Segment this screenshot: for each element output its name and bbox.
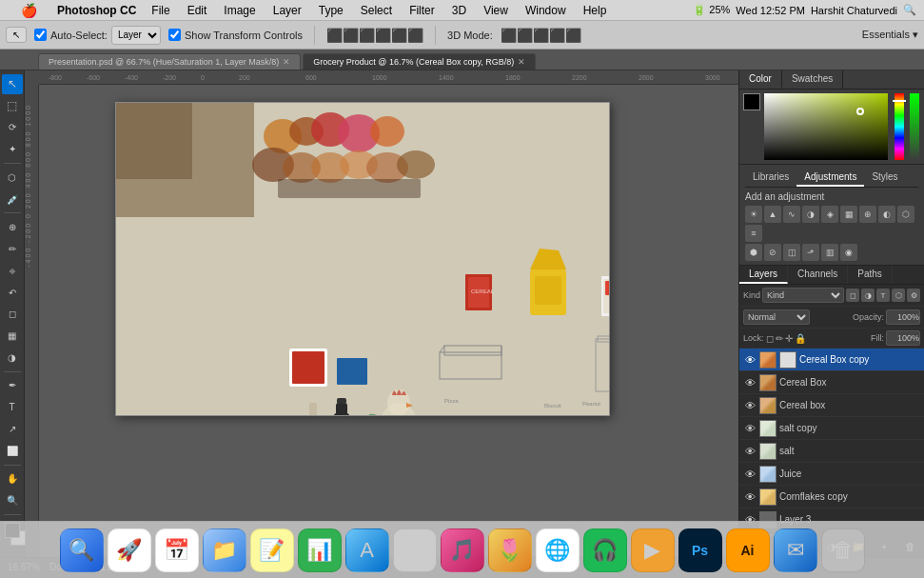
layer-row-cereal-box[interactable]: 👁 Cereal Box [739,371,924,394]
curves-icon[interactable]: ∿ [783,206,800,223]
menu-edit[interactable]: Edit [180,2,215,19]
tool-move-button[interactable]: ↖ [6,27,27,43]
dock-notes[interactable]: 📝 [250,528,294,572]
auto-select-dropdown[interactable]: Layer [111,26,161,45]
opacity-input[interactable] [886,309,920,325]
dock-mail[interactable]: ✉ [774,528,817,572]
dock-numbers[interactable]: 📊 [298,528,342,572]
hsl-icon[interactable]: ▦ [840,206,857,223]
menu-file[interactable]: File [144,2,177,19]
layers-list[interactable]: 👁 Cereal Box copy 👁 Cereal Box 👁 Cereal … [739,349,924,535]
dock-spotify[interactable]: 🎧 [583,528,627,572]
color-hue-bar[interactable] [895,93,904,160]
filter-type-icon[interactable]: T [876,289,890,302]
canvas-scroll[interactable]: -400 -200 0 200 400 600 800 1000 [25,85,738,557]
tab-styles[interactable]: Styles [864,169,905,187]
color-gradient[interactable] [764,93,888,160]
photo-filter-icon[interactable]: ⬡ [897,206,914,223]
menu-layer[interactable]: Layer [265,2,309,19]
tool-hand[interactable]: ✋ [2,469,23,489]
lock-position-icon[interactable]: ✛ [785,333,793,344]
tool-path-select[interactable]: ↗ [2,419,23,439]
tool-clone-stamp[interactable]: ⎆ [2,261,23,281]
bw-icon[interactable]: ◐ [878,206,895,223]
tool-type[interactable]: T [2,397,23,417]
layer-row-salt[interactable]: 👁 salt [739,440,924,463]
essentials-button[interactable]: Essentials ▾ [862,29,918,41]
tool-rectangle-select[interactable]: ⬚ [2,96,23,116]
layer-vis-juice[interactable]: 👁 [743,468,757,480]
threshold-icon[interactable]: ⬏ [802,244,819,261]
tab-libraries[interactable]: Libraries [745,169,796,187]
dock-photoshop[interactable]: Ps [678,528,722,572]
gradient-map-icon[interactable]: ▥ [821,244,838,261]
menu-filter[interactable]: Filter [402,2,442,19]
levels-icon[interactable]: ▲ [764,206,781,223]
tab-grocery[interactable]: Grocery Product @ 16.7% (Cereal Box copy… [303,53,536,70]
tool-move[interactable]: ↖ [2,74,23,94]
color-alpha-bar[interactable] [910,93,919,160]
color-balance-icon[interactable]: ⊕ [859,206,876,223]
tab-paths[interactable]: Paths [848,266,893,284]
filter-smart-icon[interactable]: ⚙ [907,289,920,302]
brightness-contrast-icon[interactable]: ☀ [745,206,762,223]
selective-color-icon[interactable]: ◉ [840,244,857,261]
menu-select[interactable]: Select [353,2,400,19]
tool-eyedropper[interactable]: 💉 [2,189,23,209]
lock-image-icon[interactable]: ✏ [776,333,783,344]
fill-input[interactable] [886,330,920,346]
menu-help[interactable]: Help [576,2,615,19]
layer-row-cornflakes[interactable]: 👁 Cornflakes copy [739,486,924,508]
canvas-content[interactable]: CEREAL [39,85,738,557]
tool-lasso[interactable]: ⟳ [2,118,23,138]
layer-row-juice[interactable]: 👁 Juice [739,463,924,486]
layer-vis-cornflakes[interactable]: 👁 [743,491,757,503]
dock-appstore[interactable]: A [345,528,389,572]
layer-vis-salt[interactable]: 👁 [743,446,757,457]
tab-presentation[interactable]: Presentation.psd @ 66.7% (Hue/Saturation… [38,53,301,70]
dock-system-prefs[interactable]: ⚙ [393,528,437,572]
dock-music[interactable]: 🎵 [441,528,484,572]
dock-launchpad[interactable]: 🚀 [108,528,151,572]
tab-channels[interactable]: Channels [788,266,848,284]
layer-vis-cereal-box-copy[interactable]: 👁 [743,354,757,366]
dock-trash[interactable]: 🗑 [821,528,865,572]
layer-row-salt-copy[interactable]: 👁 salt copy [739,417,924,440]
exposure-icon[interactable]: ◑ [802,206,819,223]
tool-zoom[interactable]: 🔍 [2,490,23,510]
blend-mode-select[interactable]: Normal [743,309,810,325]
layer-vis-salt-copy[interactable]: 👁 [743,423,757,434]
menu-3d[interactable]: 3D [444,2,474,19]
tool-crop[interactable]: ⬡ [2,168,23,188]
tab-presentation-close[interactable]: ✕ [283,57,290,67]
tool-history-brush[interactable]: ↶ [2,283,23,303]
show-transform-checkbox[interactable] [168,29,181,41]
layer-row-cereal-box-copy[interactable]: 👁 Cereal Box copy [739,349,924,371]
menu-view[interactable]: View [476,2,516,19]
layer-vis-cereal-box[interactable]: 👁 [743,377,757,389]
dock-photos[interactable]: 🌷 [488,528,532,572]
color-lookup-icon[interactable]: ⬢ [745,244,762,261]
lock-transparency-icon[interactable]: ◻ [766,333,774,344]
menu-window[interactable]: Window [518,2,574,19]
tool-dodge[interactable]: ◑ [2,348,23,368]
artwork-canvas[interactable]: CEREAL [115,102,610,416]
layer-vis-cereal-box-lower[interactable]: 👁 [743,400,757,411]
dock-chrome[interactable]: 🌐 [536,528,580,572]
dock-finder[interactable]: 🔍 [60,528,104,572]
apple-menu[interactable]: 🍎 [0,3,57,18]
dock-calendar[interactable]: 📅 [155,528,199,572]
lock-all-icon[interactable]: 🔒 [795,333,806,344]
dock-illustrator[interactable]: Ai [726,528,770,572]
filter-pixel-icon[interactable]: ◻ [846,289,859,302]
tool-pen[interactable]: ✒ [2,376,23,396]
dock-vlc[interactable]: ▶ [631,528,675,572]
layer-filter-select[interactable]: Kind [762,288,844,303]
tab-grocery-close[interactable]: ✕ [518,57,525,67]
filter-shape-icon[interactable]: ⬡ [892,289,905,302]
tool-gradient[interactable]: ▦ [2,326,23,346]
tab-adjustments[interactable]: Adjustments [796,169,864,187]
tool-brush[interactable]: ✏ [2,239,23,259]
tool-eraser[interactable]: ◻ [2,304,23,324]
layer-row-cereal-box-lower[interactable]: 👁 Cereal box [739,394,924,417]
